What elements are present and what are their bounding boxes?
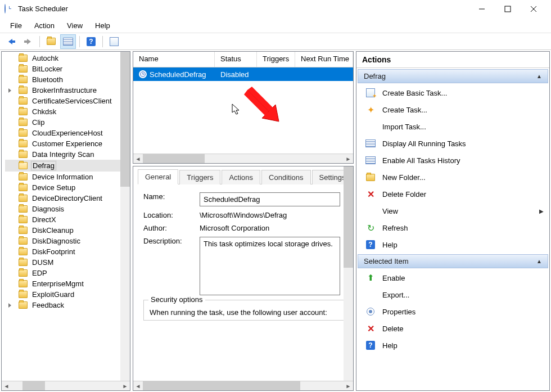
location-label: Location: (143, 211, 194, 219)
author-label: Author: (143, 224, 194, 232)
tree-item[interactable]: Customer Experience (5, 138, 130, 149)
tree-item[interactable]: Bluetooth (5, 74, 130, 85)
scroll-left-button[interactable]: ◄ (133, 381, 143, 391)
tree-item[interactable]: DiskFootprint (5, 246, 130, 257)
description-field[interactable] (200, 237, 340, 295)
task-row[interactable]: ScheduledDefrag Disabled (133, 67, 353, 81)
col-next-run[interactable]: Next Run Time (295, 52, 353, 67)
tree-item[interactable]: Clip (5, 117, 130, 128)
action-new-folder[interactable]: New Folder... (356, 169, 549, 186)
action-view[interactable]: View (356, 202, 549, 219)
menu-action[interactable]: Action (29, 20, 60, 31)
tree-item-label: BrokerInfrastructure (31, 86, 98, 94)
help-icon: ? (365, 340, 376, 350)
tree-panel: AutochkBitLockerBluetoothBrokerInfrastru… (1, 51, 130, 391)
security-line: When running the task, use the following… (150, 308, 339, 317)
back-button[interactable] (3, 34, 19, 49)
action-enable-history[interactable]: Enable All Tasks History (356, 152, 549, 169)
action-create-basic-task[interactable]: Create Basic Task... (356, 84, 549, 101)
action-help[interactable]: ?Help (356, 236, 549, 253)
tree-item[interactable]: BrokerInfrastructure (5, 85, 130, 96)
scrollbar-thumb[interactable] (143, 154, 205, 163)
action-delete[interactable]: ✕Delete (356, 320, 549, 337)
details-h-scrollbar[interactable]: ◄ ► (133, 381, 353, 390)
forward-button[interactable] (20, 34, 36, 49)
col-status[interactable]: Status (215, 52, 257, 67)
action-refresh[interactable]: ↻Refresh (356, 219, 549, 236)
svg-rect-1 (505, 6, 511, 12)
tree-h-scrollbar[interactable]: ◄► (2, 381, 130, 390)
tree-item[interactable]: BitLocker (5, 64, 130, 74)
scroll-left-button[interactable]: ◄ (133, 154, 143, 164)
folder-icon (19, 195, 28, 202)
scroll-right-button[interactable]: ► (344, 381, 353, 391)
action-delete-folder[interactable]: ✕Delete Folder (356, 186, 549, 202)
tree-item[interactable]: ExploitGuard (5, 289, 130, 300)
tree-item[interactable]: Device Information (5, 172, 130, 182)
tree-item[interactable]: EDP (5, 268, 130, 278)
group-label: Defrag (364, 72, 386, 80)
tab-triggers[interactable]: Triggers (179, 170, 220, 184)
tree-item-label: CloudExperienceHost (31, 129, 104, 137)
group-header-defrag[interactable]: Defrag ▲ (358, 69, 548, 83)
action-import-task[interactable]: Import Task... (356, 118, 549, 135)
tree-item[interactable]: CloudExperienceHost (5, 128, 130, 138)
scroll-right-button[interactable]: ► (344, 154, 353, 164)
task-icon (139, 70, 147, 78)
action-display-running[interactable]: Display All Running Tasks (356, 135, 549, 152)
scrollbar-thumb[interactable] (120, 52, 130, 187)
menu-help[interactable]: Help (89, 20, 116, 31)
maximize-button[interactable] (495, 1, 521, 17)
tree-item[interactable]: Device Setup (5, 182, 130, 193)
enable-icon: ⬆ (365, 273, 376, 283)
scrollbar-thumb[interactable] (344, 166, 353, 268)
tree-item[interactable]: Autochk (5, 53, 130, 64)
close-button[interactable] (521, 1, 547, 17)
action-export[interactable]: Export... (356, 286, 549, 303)
action-label: Export... (382, 291, 409, 299)
tree-item[interactable]: EnterpriseMgmt (5, 278, 130, 289)
list-h-scrollbar[interactable]: ◄ ► (133, 154, 353, 163)
tree-item[interactable]: CertificateServicesClient (5, 96, 130, 106)
menu-file[interactable]: File (4, 20, 28, 31)
tree-item[interactable]: Data Integrity Scan (5, 149, 130, 160)
calendar-toolbar-button[interactable] (106, 34, 122, 49)
name-field[interactable] (200, 192, 340, 206)
svg-rect-4 (12, 40, 15, 43)
folder-icon (19, 259, 28, 266)
tree-item[interactable]: Defrag (5, 160, 130, 172)
tree-list[interactable]: AutochkBitLockerBluetoothBrokerInfrastru… (2, 52, 130, 381)
menu-view[interactable]: View (61, 20, 88, 31)
tree-item[interactable]: Diagnosis (5, 204, 130, 214)
action-properties[interactable]: Properties (356, 303, 549, 320)
tree-item[interactable]: DeviceDirectoryClient (5, 193, 130, 204)
details-v-scrollbar[interactable] (344, 166, 353, 381)
folder-icon (19, 248, 28, 255)
help-toolbar-button[interactable]: ? (83, 34, 99, 49)
tree-item[interactable]: Feedback (5, 300, 130, 310)
action-label: Delete (382, 325, 404, 333)
action-label: Refresh (382, 224, 408, 232)
folder-up-button[interactable] (43, 34, 59, 49)
tree-item[interactable]: DiskDiagnostic (5, 236, 130, 246)
tab-content-general: Name: Location: \Microsoft\Windows\Defra… (138, 184, 351, 326)
scrollbar-thumb[interactable] (22, 381, 45, 390)
tree-item[interactable]: DirectX (5, 214, 130, 225)
action-create-task[interactable]: ✦Create Task... (356, 101, 549, 118)
action-help-2[interactable]: ?Help (356, 337, 549, 354)
list-header: Name Status Triggers Next Run Time (133, 52, 353, 67)
tab-actions[interactable]: Actions (222, 170, 260, 184)
tab-conditions[interactable]: Conditions (261, 170, 310, 184)
scrollbar-thumb[interactable] (143, 381, 300, 390)
minimize-button[interactable] (469, 1, 495, 17)
tab-general[interactable]: General (138, 169, 178, 184)
col-name[interactable]: Name (133, 52, 215, 67)
tree-item[interactable]: Chkdsk (5, 106, 130, 117)
tree-item[interactable]: DiskCleanup (5, 225, 130, 236)
action-enable[interactable]: ⬆Enable (356, 269, 549, 286)
view-details-button[interactable] (60, 34, 76, 49)
tree-item[interactable]: DUSM (5, 257, 130, 268)
group-header-selected-item[interactable]: Selected Item ▲ (358, 254, 548, 268)
col-triggers[interactable]: Triggers (257, 52, 295, 67)
tree-v-scrollbar[interactable] (120, 52, 130, 381)
